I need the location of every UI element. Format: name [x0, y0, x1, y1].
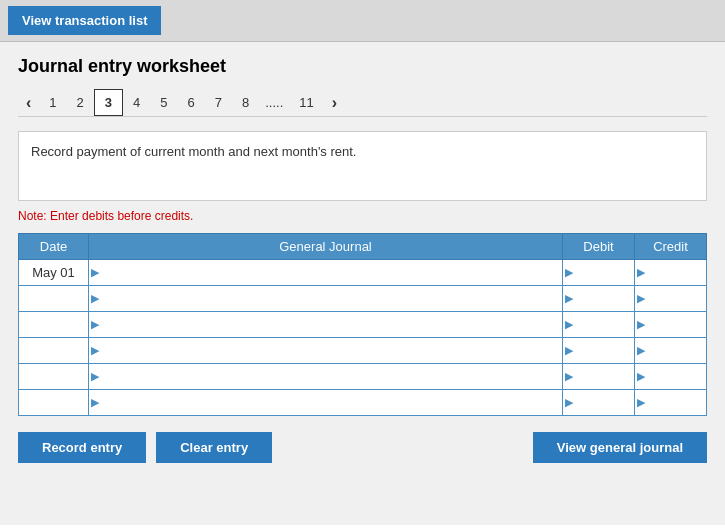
pagination: ‹ 1 2 3 4 5 6 7 8 ..... 11 › [18, 89, 707, 117]
debit-input-4[interactable] [573, 365, 634, 389]
main-content: Journal entry worksheet ‹ 1 2 3 4 5 6 7 … [0, 42, 725, 525]
table-row: ▶▶▶ [19, 286, 707, 312]
record-entry-button[interactable]: Record entry [18, 432, 146, 463]
credit-cell-3[interactable]: ▶ [635, 338, 707, 364]
top-bar: View transaction list [0, 0, 725, 42]
table-row: ▶▶▶ [19, 338, 707, 364]
header-date: Date [19, 234, 89, 260]
credit-cell-2[interactable]: ▶ [635, 312, 707, 338]
journal-input-5[interactable] [99, 391, 562, 415]
credit-cell-4[interactable]: ▶ [635, 364, 707, 390]
debit-arrow-icon: ▶ [563, 318, 573, 331]
date-cell-3 [19, 338, 89, 364]
buttons-row: Record entry Clear entry View general jo… [18, 432, 707, 463]
page-8[interactable]: 8 [232, 90, 259, 115]
page-3[interactable]: 3 [94, 89, 123, 116]
debit-arrow-icon: ▶ [563, 370, 573, 383]
journal-input-0[interactable] [99, 261, 562, 285]
journal-arrow-icon: ▶ [89, 266, 99, 279]
date-cell-4 [19, 364, 89, 390]
journal-arrow-icon: ▶ [89, 396, 99, 409]
journal-input-4[interactable] [99, 365, 562, 389]
journal-arrow-icon: ▶ [89, 344, 99, 357]
date-cell-5 [19, 390, 89, 416]
page-7[interactable]: 7 [205, 90, 232, 115]
debit-cell-0[interactable]: ▶ [563, 260, 635, 286]
debit-input-5[interactable] [573, 391, 634, 415]
journal-cell-5[interactable]: ▶ [89, 390, 563, 416]
table-row: May 01▶▶▶ [19, 260, 707, 286]
view-general-journal-button[interactable]: View general journal [533, 432, 707, 463]
debit-arrow-icon: ▶ [563, 344, 573, 357]
credit-arrow-icon: ▶ [635, 318, 645, 331]
journal-input-3[interactable] [99, 339, 562, 363]
credit-arrow-icon: ▶ [635, 344, 645, 357]
table-row: ▶▶▶ [19, 390, 707, 416]
page-last[interactable]: 11 [289, 90, 323, 115]
debit-input-2[interactable] [573, 313, 634, 337]
date-cell-2 [19, 312, 89, 338]
description-box: Record payment of current month and next… [18, 131, 707, 201]
credit-arrow-icon: ▶ [635, 370, 645, 383]
date-cell-1 [19, 286, 89, 312]
prev-page-button[interactable]: ‹ [18, 90, 39, 116]
journal-table: Date General Journal Debit Credit May 01… [18, 233, 707, 416]
credit-input-4[interactable] [645, 365, 706, 389]
debit-cell-2[interactable]: ▶ [563, 312, 635, 338]
journal-cell-1[interactable]: ▶ [89, 286, 563, 312]
table-header-row: Date General Journal Debit Credit [19, 234, 707, 260]
credit-input-3[interactable] [645, 339, 706, 363]
page-2[interactable]: 2 [67, 90, 94, 115]
journal-cell-0[interactable]: ▶ [89, 260, 563, 286]
page-1[interactable]: 1 [39, 90, 66, 115]
header-credit: Credit [635, 234, 707, 260]
debit-input-1[interactable] [573, 287, 634, 311]
journal-cell-3[interactable]: ▶ [89, 338, 563, 364]
journal-cell-2[interactable]: ▶ [89, 312, 563, 338]
page-6[interactable]: 6 [178, 90, 205, 115]
table-row: ▶▶▶ [19, 364, 707, 390]
next-page-button[interactable]: › [324, 90, 345, 116]
header-journal: General Journal [89, 234, 563, 260]
note-text: Note: Enter debits before credits. [18, 209, 707, 223]
view-transaction-button[interactable]: View transaction list [8, 6, 161, 35]
credit-cell-1[interactable]: ▶ [635, 286, 707, 312]
debit-arrow-icon: ▶ [563, 396, 573, 409]
credit-input-5[interactable] [645, 391, 706, 415]
journal-input-2[interactable] [99, 313, 562, 337]
credit-input-2[interactable] [645, 313, 706, 337]
debit-input-0[interactable] [573, 261, 634, 285]
credit-input-0[interactable] [645, 261, 706, 285]
worksheet-title: Journal entry worksheet [18, 56, 707, 77]
debit-arrow-icon: ▶ [563, 266, 573, 279]
debit-cell-1[interactable]: ▶ [563, 286, 635, 312]
credit-arrow-icon: ▶ [635, 396, 645, 409]
description-text: Record payment of current month and next… [31, 144, 356, 159]
journal-cell-4[interactable]: ▶ [89, 364, 563, 390]
page-4[interactable]: 4 [123, 90, 150, 115]
journal-arrow-icon: ▶ [89, 292, 99, 305]
journal-arrow-icon: ▶ [89, 370, 99, 383]
header-debit: Debit [563, 234, 635, 260]
page-5[interactable]: 5 [150, 90, 177, 115]
credit-arrow-icon: ▶ [635, 266, 645, 279]
debit-arrow-icon: ▶ [563, 292, 573, 305]
credit-arrow-icon: ▶ [635, 292, 645, 305]
debit-cell-5[interactable]: ▶ [563, 390, 635, 416]
clear-entry-button[interactable]: Clear entry [156, 432, 272, 463]
debit-input-3[interactable] [573, 339, 634, 363]
debit-cell-4[interactable]: ▶ [563, 364, 635, 390]
date-cell-0: May 01 [19, 260, 89, 286]
journal-arrow-icon: ▶ [89, 318, 99, 331]
credit-input-1[interactable] [645, 287, 706, 311]
journal-input-1[interactable] [99, 287, 562, 311]
page-dots: ..... [259, 90, 289, 115]
credit-cell-0[interactable]: ▶ [635, 260, 707, 286]
debit-cell-3[interactable]: ▶ [563, 338, 635, 364]
credit-cell-5[interactable]: ▶ [635, 390, 707, 416]
table-row: ▶▶▶ [19, 312, 707, 338]
